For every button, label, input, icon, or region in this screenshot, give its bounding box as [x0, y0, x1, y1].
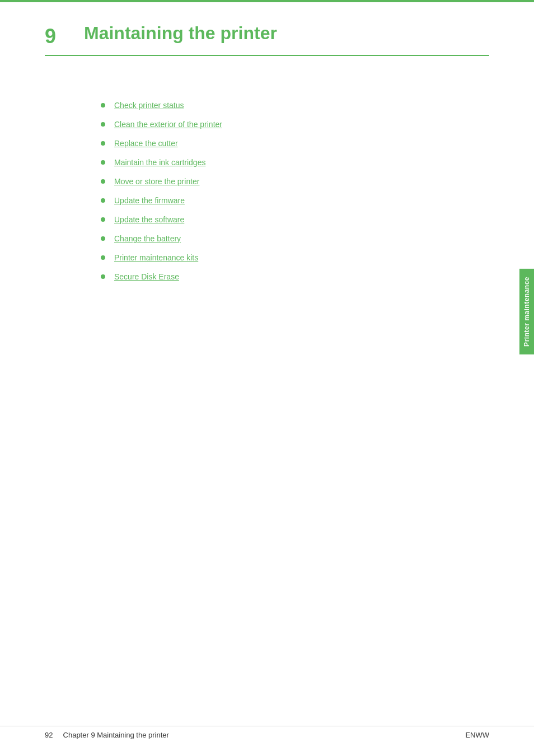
bullet-icon — [101, 160, 105, 165]
list-item: Printer maintenance kits — [101, 253, 489, 262]
link-update-firmware[interactable]: Update the firmware — [114, 196, 185, 205]
footer-right: ENWW — [465, 731, 489, 739]
link-move-store-printer[interactable]: Move or store the printer — [114, 177, 200, 186]
bullet-icon — [101, 217, 105, 222]
list-item: Maintain the ink cartridges — [101, 158, 489, 167]
bullet-icon — [101, 141, 105, 146]
bullet-icon — [101, 103, 105, 108]
chapter-number: 9 — [45, 25, 84, 48]
link-printer-maintenance-kits[interactable]: Printer maintenance kits — [114, 253, 198, 262]
list-item: Clean the exterior of the printer — [101, 120, 489, 129]
link-update-software[interactable]: Update the software — [114, 215, 184, 224]
bullet-icon — [101, 274, 105, 279]
link-secure-disk-erase[interactable]: Secure Disk Erase — [114, 272, 179, 281]
bullet-icon — [101, 179, 105, 184]
chapter-header: 9 Maintaining the printer — [45, 22, 489, 56]
link-clean-exterior[interactable]: Clean the exterior of the printer — [114, 120, 222, 129]
chapter-title: Maintaining the printer — [84, 22, 277, 44]
page-footer: 92 Chapter 9 Maintaining the printer ENW… — [0, 726, 534, 739]
page-container: 9 Maintaining the printer Check printer … — [0, 0, 534, 756]
footer-chapter-ref: Chapter 9 Maintaining the printer — [63, 731, 169, 739]
link-check-printer-status[interactable]: Check printer status — [114, 101, 184, 110]
page-number: 92 — [45, 731, 53, 739]
list-item: Check printer status — [101, 101, 489, 110]
list-item: Update the software — [101, 215, 489, 224]
footer-left: 92 Chapter 9 Maintaining the printer — [45, 731, 169, 739]
bullet-icon — [101, 122, 105, 127]
toc-list: Check printer status Clean the exterior … — [101, 101, 489, 281]
link-change-battery[interactable]: Change the battery — [114, 234, 181, 243]
list-item: Move or store the printer — [101, 177, 489, 186]
main-content: 9 Maintaining the printer Check printer … — [0, 0, 534, 325]
link-maintain-ink-cartridges[interactable]: Maintain the ink cartridges — [114, 158, 205, 167]
side-tab: Printer maintenance — [519, 269, 534, 354]
list-item: Update the firmware — [101, 196, 489, 205]
link-replace-cutter[interactable]: Replace the cutter — [114, 139, 178, 148]
bullet-icon — [101, 255, 105, 260]
bullet-icon — [101, 236, 105, 241]
list-item: Change the battery — [101, 234, 489, 243]
bullet-icon — [101, 198, 105, 203]
side-tab-label: Printer maintenance — [523, 277, 531, 347]
list-item: Secure Disk Erase — [101, 272, 489, 281]
list-item: Replace the cutter — [101, 139, 489, 148]
